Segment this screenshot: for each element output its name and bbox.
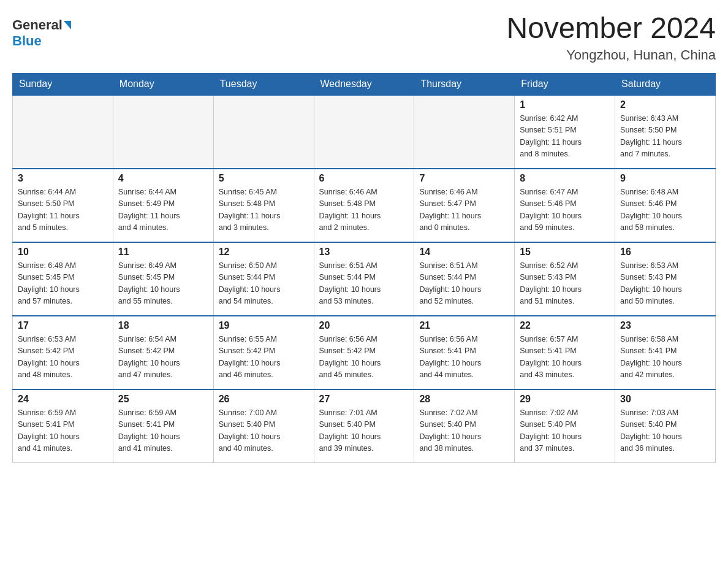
calendar-cell: 19Sunrise: 6:55 AMSunset: 5:42 PMDayligh… [213,316,314,389]
day-info: Sunrise: 6:48 AMSunset: 5:46 PMDaylight:… [620,186,710,234]
logo: General Blue [12,12,71,49]
calendar-cell [314,95,414,169]
calendar-cell: 17Sunrise: 6:53 AMSunset: 5:42 PMDayligh… [13,316,113,389]
calendar-cell: 24Sunrise: 6:59 AMSunset: 5:41 PMDayligh… [13,389,113,463]
day-number: 11 [118,247,208,258]
location-subtitle: Yongzhou, Hunan, China [506,47,716,63]
calendar-table: SundayMondayTuesdayWednesdayThursdayFrid… [12,73,716,464]
day-number: 23 [620,320,710,331]
calendar-cell: 13Sunrise: 6:51 AMSunset: 5:44 PMDayligh… [314,242,414,316]
day-number: 13 [319,247,409,258]
calendar-cell: 10Sunrise: 6:48 AMSunset: 5:45 PMDayligh… [13,242,113,316]
day-number: 6 [319,173,409,184]
day-info: Sunrise: 6:45 AMSunset: 5:48 PMDaylight:… [219,186,309,234]
day-number: 19 [219,320,309,331]
day-info: Sunrise: 6:52 AMSunset: 5:43 PMDaylight:… [520,260,610,308]
day-number: 3 [18,173,108,184]
day-number: 14 [419,247,509,258]
calendar-cell: 22Sunrise: 6:57 AMSunset: 5:41 PMDayligh… [515,316,615,389]
day-number: 29 [520,394,610,405]
day-info: Sunrise: 6:51 AMSunset: 5:44 PMDaylight:… [419,260,509,308]
day-info: Sunrise: 6:44 AMSunset: 5:49 PMDaylight:… [118,186,208,234]
calendar-cell: 23Sunrise: 6:58 AMSunset: 5:41 PMDayligh… [615,316,716,389]
calendar-cell: 29Sunrise: 7:02 AMSunset: 5:40 PMDayligh… [515,389,615,463]
day-number: 20 [319,320,409,331]
day-number: 28 [419,394,509,405]
calendar-cell [113,95,213,169]
calendar-cell: 15Sunrise: 6:52 AMSunset: 5:43 PMDayligh… [515,242,615,316]
calendar-cell: 3Sunrise: 6:44 AMSunset: 5:50 PMDaylight… [13,169,113,242]
calendar-week-row: 1Sunrise: 6:42 AMSunset: 5:51 PMDaylight… [13,95,716,169]
day-number: 2 [620,99,710,110]
calendar-cell: 5Sunrise: 6:45 AMSunset: 5:48 PMDaylight… [213,169,314,242]
logo-text-blue: Blue [12,33,42,49]
calendar-week-row: 10Sunrise: 6:48 AMSunset: 5:45 PMDayligh… [13,242,716,316]
day-info: Sunrise: 6:53 AMSunset: 5:43 PMDaylight:… [620,260,710,308]
day-number: 8 [520,173,610,184]
day-number: 9 [620,173,710,184]
calendar-header-row: SundayMondayTuesdayWednesdayThursdayFrid… [13,73,716,95]
calendar-cell: 9Sunrise: 6:48 AMSunset: 5:46 PMDaylight… [615,169,716,242]
day-info: Sunrise: 6:56 AMSunset: 5:42 PMDaylight:… [319,334,409,381]
day-number: 5 [219,173,309,184]
calendar-cell: 20Sunrise: 6:56 AMSunset: 5:42 PMDayligh… [314,316,414,389]
calendar-cell: 11Sunrise: 6:49 AMSunset: 5:45 PMDayligh… [113,242,213,316]
day-number: 7 [419,173,509,184]
day-info: Sunrise: 6:54 AMSunset: 5:42 PMDaylight:… [118,334,208,381]
day-number: 15 [520,247,610,258]
day-number: 4 [118,173,208,184]
day-info: Sunrise: 6:58 AMSunset: 5:41 PMDaylight:… [620,334,710,381]
calendar-cell: 28Sunrise: 7:02 AMSunset: 5:40 PMDayligh… [414,389,515,463]
calendar-cell: 25Sunrise: 6:59 AMSunset: 5:41 PMDayligh… [113,389,213,463]
day-number: 16 [620,247,710,258]
header: General Blue November 2024 Yongzhou, Hun… [12,12,716,63]
calendar-cell: 1Sunrise: 6:42 AMSunset: 5:51 PMDaylight… [515,95,615,169]
calendar-cell: 26Sunrise: 7:00 AMSunset: 5:40 PMDayligh… [213,389,314,463]
day-number: 30 [620,394,710,405]
calendar-cell [414,95,515,169]
day-info: Sunrise: 6:53 AMSunset: 5:42 PMDaylight:… [18,334,108,381]
day-info: Sunrise: 6:56 AMSunset: 5:41 PMDaylight:… [419,334,509,381]
day-number: 17 [18,320,108,331]
col-header-saturday: Saturday [615,73,716,95]
day-info: Sunrise: 6:59 AMSunset: 5:41 PMDaylight:… [18,407,108,455]
calendar-cell: 4Sunrise: 6:44 AMSunset: 5:49 PMDaylight… [113,169,213,242]
day-info: Sunrise: 6:49 AMSunset: 5:45 PMDaylight:… [118,260,208,308]
day-number: 1 [520,99,610,110]
col-header-thursday: Thursday [414,73,515,95]
calendar-cell: 21Sunrise: 6:56 AMSunset: 5:41 PMDayligh… [414,316,515,389]
day-info: Sunrise: 7:02 AMSunset: 5:40 PMDaylight:… [419,407,509,455]
calendar-week-row: 17Sunrise: 6:53 AMSunset: 5:42 PMDayligh… [13,316,716,389]
calendar-cell [13,95,113,169]
month-year-title: November 2024 [506,12,716,45]
day-info: Sunrise: 6:51 AMSunset: 5:44 PMDaylight:… [319,260,409,308]
day-number: 21 [419,320,509,331]
day-info: Sunrise: 7:00 AMSunset: 5:40 PMDaylight:… [219,407,309,455]
title-area: November 2024 Yongzhou, Hunan, China [506,12,716,63]
day-number: 22 [520,320,610,331]
day-info: Sunrise: 6:46 AMSunset: 5:47 PMDaylight:… [419,186,509,234]
calendar-week-row: 3Sunrise: 6:44 AMSunset: 5:50 PMDaylight… [13,169,716,242]
calendar-cell: 12Sunrise: 6:50 AMSunset: 5:44 PMDayligh… [213,242,314,316]
calendar-cell: 7Sunrise: 6:46 AMSunset: 5:47 PMDaylight… [414,169,515,242]
day-number: 18 [118,320,208,331]
day-info: Sunrise: 6:43 AMSunset: 5:50 PMDaylight:… [620,113,710,161]
calendar-cell: 16Sunrise: 6:53 AMSunset: 5:43 PMDayligh… [615,242,716,316]
col-header-friday: Friday [515,73,615,95]
day-number: 24 [18,394,108,405]
day-info: Sunrise: 6:59 AMSunset: 5:41 PMDaylight:… [118,407,208,455]
day-info: Sunrise: 6:50 AMSunset: 5:44 PMDaylight:… [219,260,309,308]
calendar-cell: 30Sunrise: 7:03 AMSunset: 5:40 PMDayligh… [615,389,716,463]
calendar-cell: 6Sunrise: 6:46 AMSunset: 5:48 PMDaylight… [314,169,414,242]
day-info: Sunrise: 6:46 AMSunset: 5:48 PMDaylight:… [319,186,409,234]
day-info: Sunrise: 6:47 AMSunset: 5:46 PMDaylight:… [520,186,610,234]
day-info: Sunrise: 6:55 AMSunset: 5:42 PMDaylight:… [219,334,309,381]
logo-arrow-icon [64,21,71,29]
calendar-cell: 14Sunrise: 6:51 AMSunset: 5:44 PMDayligh… [414,242,515,316]
day-number: 12 [219,247,309,258]
day-info: Sunrise: 6:57 AMSunset: 5:41 PMDaylight:… [520,334,610,381]
col-header-tuesday: Tuesday [213,73,314,95]
day-number: 25 [118,394,208,405]
day-info: Sunrise: 6:42 AMSunset: 5:51 PMDaylight:… [520,113,610,161]
calendar-cell: 8Sunrise: 6:47 AMSunset: 5:46 PMDaylight… [515,169,615,242]
